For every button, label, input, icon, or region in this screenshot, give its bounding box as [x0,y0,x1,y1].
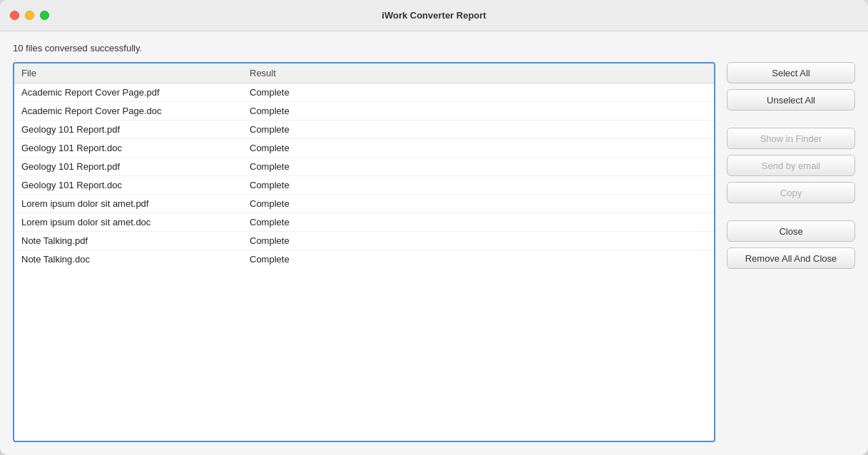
traffic-lights [10,11,49,20]
main-window: iWork Converter Report 10 files converse… [0,0,868,455]
show-in-finder-button[interactable]: Show in Finder [727,128,855,149]
cell-file: Geology 101 Report.doc [21,180,250,190]
cell-result: Complete [250,87,707,98]
table-row[interactable]: Note Talking.docComplete [14,250,714,268]
table-row[interactable]: Lorem ipsum dolor sit amet.docComplete [14,213,714,232]
cell-result: Complete [250,180,707,190]
table-row[interactable]: Note Talking.pdfComplete [14,232,714,250]
close-button[interactable] [10,11,19,20]
table-row[interactable]: Geology 101 Report.docComplete [14,139,714,158]
spacer-1 [727,116,855,122]
window-title: iWork Converter Report [382,10,486,21]
cell-file: Note Talking.pdf [21,235,250,246]
cell-file: Note Talking.doc [21,254,250,265]
table-header: File Result [14,63,714,83]
window-content: 10 files conversed successfully. File Re… [0,31,868,455]
table-row[interactable]: Geology 101 Report.pdfComplete [14,121,714,139]
spacer-2 [727,209,855,215]
column-header-result: Result [250,68,707,78]
cell-file: Geology 101 Report.doc [21,143,250,153]
table-row[interactable]: Geology 101 Report.docComplete [14,176,714,195]
cell-result: Complete [250,235,707,246]
cell-file: Geology 101 Report.pdf [21,124,250,135]
sidebar-buttons: Select All Unselect All Show in Finder S… [727,62,855,442]
cell-result: Complete [250,143,707,153]
close-button-action[interactable]: Close [727,220,855,242]
remove-all-and-close-button[interactable]: Remove All And Close [727,247,855,269]
unselect-all-button[interactable]: Unselect All [727,89,855,111]
main-area: File Result Academic Report Cover Page.p… [13,62,855,442]
table-body: Academic Report Cover Page.pdfCompleteAc… [14,83,714,441]
cell-result: Complete [250,161,707,172]
status-text: 10 files conversed successfully. [13,43,855,53]
cell-result: Complete [250,254,707,265]
file-table-container: File Result Academic Report Cover Page.p… [13,62,715,442]
cell-file: Lorem ipsum dolor sit amet.doc [21,217,250,228]
cell-file: Academic Report Cover Page.doc [21,106,250,116]
cell-file: Academic Report Cover Page.pdf [21,87,250,98]
title-bar: iWork Converter Report [0,0,868,31]
table-row[interactable]: Geology 101 Report.pdfComplete [14,158,714,176]
minimize-button[interactable] [25,11,34,20]
select-all-button[interactable]: Select All [727,62,855,83]
cell-result: Complete [250,124,707,135]
cell-file: Geology 101 Report.pdf [21,161,250,172]
send-by-email-button[interactable]: Send by email [727,155,855,176]
maximize-button[interactable] [40,11,49,20]
column-header-file: File [21,68,250,78]
table-row[interactable]: Lorem ipsum dolor sit amet.pdfComplete [14,195,714,213]
copy-button[interactable]: Copy [727,182,855,203]
table-row[interactable]: Academic Report Cover Page.docComplete [14,102,714,121]
cell-result: Complete [250,198,707,209]
cell-result: Complete [250,106,707,116]
cell-result: Complete [250,217,707,228]
table-row[interactable]: Academic Report Cover Page.pdfComplete [14,83,714,102]
cell-file: Lorem ipsum dolor sit amet.pdf [21,198,250,209]
